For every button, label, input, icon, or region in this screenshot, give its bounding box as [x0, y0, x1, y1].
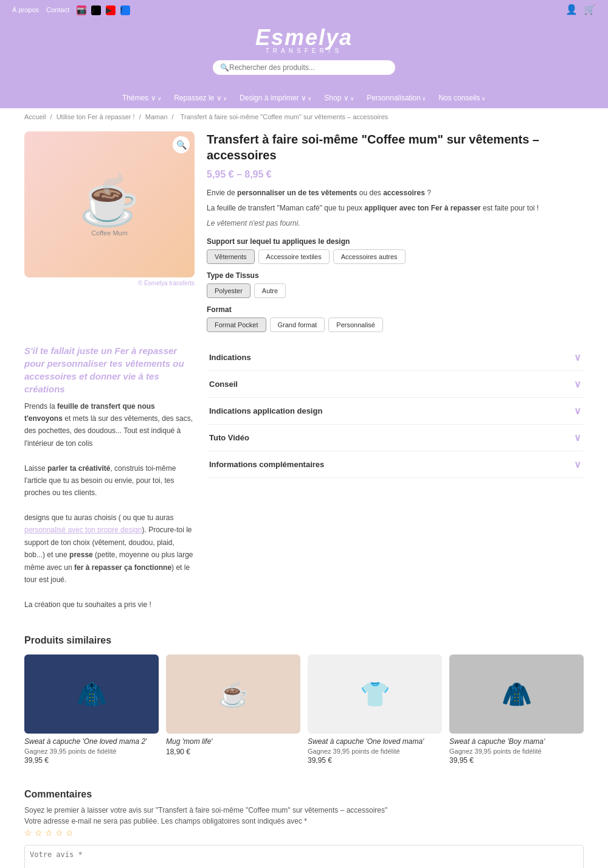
logo-subtitle: TRANSFERTS	[12, 47, 596, 54]
nav-design[interactable]: Design à imprimer ∨	[240, 94, 312, 102]
top-bar-left: À propos Contact 📷 ♪ ▶ f	[12, 4, 130, 15]
nav-apropos[interactable]: À propos	[12, 6, 39, 13]
youtube-icon-top[interactable]: ▶	[106, 5, 116, 15]
product-card-2: ☕ Mug 'mom life' 18,90 €	[166, 654, 300, 765]
support-vetements[interactable]: Vêtements	[207, 249, 255, 264]
format-pocket[interactable]: Format Pocket	[207, 318, 266, 332]
accordion-indications-header[interactable]: Indications ∨	[207, 344, 584, 370]
top-bar-right: 👤 🛒	[565, 4, 596, 15]
accordion-info-icon: ∨	[574, 459, 581, 470]
product-left-text: S'il te fallait juste un Fer à repasser …	[24, 344, 195, 611]
instagram-icon-top[interactable]: 📷	[77, 5, 86, 15]
breadcrumb-fer[interactable]: Utilise ton Fer à repasser !	[57, 113, 135, 120]
support-accessoires-autres[interactable]: Accessoires autres	[333, 249, 406, 264]
product-card-price-3: 39,95 €	[308, 756, 442, 765]
review-textarea[interactable]	[24, 845, 584, 868]
left-heading: S'il te fallait juste un Fer à repasser …	[24, 344, 195, 395]
breadcrumb: Accueil / Utilise ton Fer à repasser ! /…	[0, 108, 608, 125]
comments-section: Commentaires Soyez le premier à laisser …	[0, 777, 608, 868]
format-grand[interactable]: Grand format	[270, 318, 325, 332]
product-card-price-2: 18,90 €	[166, 748, 300, 756]
nav-contact[interactable]: Contact	[46, 6, 69, 13]
left-p3: designs que tu auras choisis ( ou que tu…	[24, 512, 195, 586]
similar-title: Produits similaires	[24, 635, 584, 646]
search-icon: 🔍	[220, 63, 229, 72]
product-image-placeholder: ☕	[79, 172, 140, 229]
top-bar: À propos Contact 📷 ♪ ▶ f 👤 🛒	[0, 0, 608, 19]
left-p4: La création que tu souhaites a pris vie …	[24, 599, 195, 611]
facebook-icon-top[interactable]: f	[120, 5, 130, 15]
star-rating[interactable]: ☆ ☆ ☆ ☆ ☆	[24, 828, 584, 838]
product-accordion: Indications ∨ Conseil ∨ Indications appl…	[207, 344, 584, 611]
site-header: Esmelya TRANSFERTS 🔍	[0, 19, 608, 90]
accordion-indications: Indications ∨	[207, 344, 584, 371]
accordion-tuto-icon: ∨	[574, 432, 581, 443]
product-card-name-1: Sweat à capuche 'One loved mama 2'	[24, 737, 159, 746]
accordion-info-label: Informations complémentaires	[209, 460, 324, 469]
search-bar: 🔍	[213, 60, 395, 75]
product-images: ☕ Coffee Mum 🔍 © Esmelya transferts	[24, 131, 195, 332]
comments-notice: Soyez le premier à laisser votre avis su…	[24, 806, 584, 814]
product-emoji-4: 🧥	[502, 680, 532, 709]
product-card-img-2[interactable]: ☕	[166, 654, 300, 734]
product-emoji-2: ☕	[218, 680, 249, 709]
left-p2: Laisse parler ta créativité, construis t…	[24, 462, 195, 499]
nav-themes[interactable]: Thèmes ∨	[122, 94, 162, 102]
product-card-img-3[interactable]: 👕	[308, 654, 442, 734]
format-buttons: Format Pocket Grand format Personnalisé	[207, 318, 584, 332]
product-card-1: 🧥 Sweat à capuche 'One loved mama 2' Gag…	[24, 654, 159, 765]
accordion-tuto-header[interactable]: Tuto Vidéo ∨	[207, 425, 584, 451]
user-icon[interactable]: 👤	[565, 4, 578, 15]
format-label: Format	[207, 305, 584, 314]
breadcrumb-current: Transfert à faire soi-même "Coffee mum" …	[181, 113, 389, 120]
accordion-info-header[interactable]: Informations complémentaires ∨	[207, 451, 584, 477]
product-caption: © Esmelya transferts	[24, 280, 195, 286]
product-card-3: 👕 Sweat à capuche 'One loved mama' Gagne…	[308, 654, 442, 765]
product-desc2: La feuille de transfert "Maman café" que…	[207, 203, 584, 214]
product-card-img-1[interactable]: 🧥	[24, 654, 159, 734]
accordion-indications-label: Indications	[209, 353, 251, 362]
nav-conseils[interactable]: Nos conseils	[438, 94, 486, 102]
top-nav: À propos Contact	[12, 6, 69, 13]
custom-design-link[interactable]: personnalisé avec ton propre design	[24, 526, 142, 534]
product-card-price-1: 39,95 €	[24, 756, 159, 765]
product-card-name-4: Sweat à capuche 'Boy mama'	[449, 737, 584, 746]
tiktok-icon-top[interactable]: ♪	[91, 5, 101, 15]
breadcrumb-home[interactable]: Accueil	[24, 113, 46, 120]
product-price: 5,95 € – 8,95 €	[207, 169, 584, 180]
product-card-points-3: Gagnez 39,95 points de fidélité	[308, 748, 442, 755]
product-card-name-3: Sweat à capuche 'One loved mama'	[308, 737, 442, 746]
tissue-polyester[interactable]: Polyester	[207, 283, 250, 298]
zoom-button[interactable]: 🔍	[173, 136, 190, 153]
format-option-group: Format Format Pocket Grand format Person…	[207, 305, 584, 332]
support-buttons: Vêtements Accessoire textiles Accessoire…	[207, 249, 584, 264]
products-grid: 🧥 Sweat à capuche 'One loved mama 2' Gag…	[24, 654, 584, 765]
nav-shop[interactable]: Shop ∨	[324, 94, 354, 102]
accordion-conseil-header[interactable]: Conseil ∨	[207, 371, 584, 397]
breadcrumb-maman[interactable]: Maman	[145, 113, 168, 120]
accordion-conseil: Conseil ∨	[207, 371, 584, 398]
product-card-points-1: Gagnez 39,95 points de fidélité	[24, 748, 159, 755]
product-desc3: Le vêtement n'est pas fourni.	[207, 218, 584, 229]
product-card-img-4[interactable]: 🧥	[449, 654, 584, 734]
search-input[interactable]	[229, 63, 388, 72]
support-accessoire-textiles[interactable]: Accessoire textiles	[258, 249, 330, 264]
accordion-conseil-icon: ∨	[574, 378, 581, 390]
accordion-application-header[interactable]: Indications application design ∨	[207, 398, 584, 424]
accordion-tuto: Tuto Vidéo ∨	[207, 425, 584, 451]
product-card-name-2: Mug 'mom life'	[166, 737, 300, 746]
format-personnalise[interactable]: Personnalisé	[328, 318, 383, 332]
cart-icon[interactable]: 🛒	[584, 4, 596, 15]
product-emoji-1: 🧥	[77, 680, 107, 709]
product-bottom: S'il te fallait juste un Fer à repasser …	[0, 344, 608, 623]
product-left-column: S'il te fallait juste un Fer à repasser …	[24, 344, 195, 611]
nav-repassez[interactable]: Repassez le ∨	[174, 94, 227, 102]
comments-title: Commentaires	[24, 789, 584, 800]
nav-personnalisation[interactable]: Personnalisation	[367, 94, 426, 102]
product-info: Transfert à faire soi-même "Coffee mum" …	[207, 131, 584, 332]
tissue-autre[interactable]: Autre	[254, 283, 286, 298]
accordion-info: Informations complémentaires ∨	[207, 451, 584, 478]
product-title: Transfert à faire soi-même "Coffee mum" …	[207, 131, 584, 163]
tissue-buttons: Polyester Autre	[207, 283, 584, 298]
support-label: Support sur lequel tu appliques le desig…	[207, 237, 584, 246]
